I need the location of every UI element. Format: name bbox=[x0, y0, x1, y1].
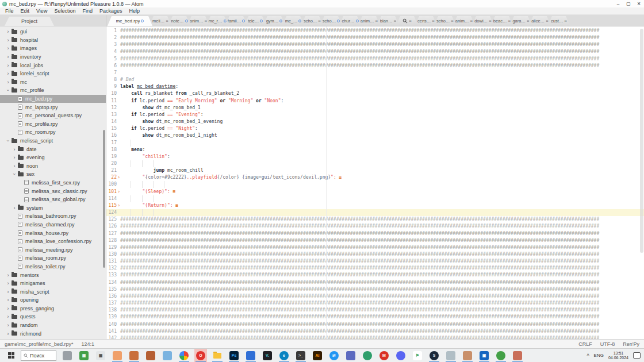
tab-mc_r[interactable]: mc_r… bbox=[206, 16, 228, 26]
tree-scrollbar[interactable] bbox=[103, 130, 105, 268]
chevron-right-icon[interactable]: › bbox=[12, 155, 17, 160]
tree-file-melissa_house.rpy[interactable]: melissa_house.rpy bbox=[0, 229, 106, 237]
tree-folder-mentors[interactable]: ›mentors bbox=[0, 271, 106, 279]
sync-icon[interactable]: ⇄ bbox=[328, 349, 340, 362]
tab-close-icon[interactable]: × bbox=[470, 19, 473, 24]
tree-folder-evening[interactable]: ›evening bbox=[0, 153, 106, 162]
tree-file-melissa_love_confession.rpy[interactable]: melissa_love_confession.rpy bbox=[0, 237, 106, 246]
tab-scho[interactable]: scho… bbox=[320, 16, 342, 26]
tab-close-icon[interactable]: × bbox=[375, 19, 378, 24]
chevron-right-icon[interactable]: › bbox=[6, 331, 10, 337]
tree-folder-lorelei_script[interactable]: ›lorelei_script bbox=[0, 70, 106, 78]
fold-arrow-icon[interactable]: › bbox=[117, 202, 120, 209]
chevron-right-icon[interactable]: › bbox=[12, 205, 17, 211]
tree-folder-hospital[interactable]: ›hospital bbox=[0, 36, 106, 45]
tab-close-icon[interactable]: × bbox=[205, 19, 208, 24]
fold-arrow-icon[interactable]: › bbox=[117, 188, 120, 195]
notification-center-icon[interactable] bbox=[633, 352, 641, 359]
tab-dowi[interactable]: dowi…× bbox=[472, 16, 494, 26]
tree-folder-mc[interactable]: ›mc bbox=[0, 78, 106, 87]
menu-item-find[interactable]: Find bbox=[79, 7, 96, 15]
chevron-down-icon[interactable]: › bbox=[5, 88, 11, 93]
tab-close-icon[interactable]: × bbox=[546, 19, 549, 24]
opera-icon[interactable]: O bbox=[194, 349, 207, 362]
tray-chevron-icon[interactable]: ^ bbox=[586, 353, 589, 359]
tab-anim[interactable]: anim…× bbox=[358, 16, 380, 26]
tree-body[interactable]: ›gui›hospital›images›inventory›local_job… bbox=[0, 26, 106, 339]
taskbar-clock[interactable]: 13:51 04.06.2024 bbox=[608, 351, 628, 360]
tab-gym[interactable]: gym… bbox=[263, 16, 285, 26]
project-tab[interactable]: Project bbox=[5, 17, 54, 26]
tree-folder-minigames[interactable]: ›minigames bbox=[0, 279, 106, 288]
menu-item-selection[interactable]: Selection bbox=[51, 7, 79, 15]
tab-mc_bedrpy[interactable]: mc_bed.rpy bbox=[108, 16, 152, 26]
tree-folder-gui[interactable]: ›gui bbox=[0, 28, 106, 36]
tab-cens[interactable]: cens…× bbox=[415, 16, 437, 26]
laptop-app-icon[interactable] bbox=[161, 349, 174, 362]
menu-item-file[interactable]: File bbox=[2, 7, 17, 15]
tab-beac[interactable]: beac…× bbox=[491, 16, 513, 26]
menu-item-edit[interactable]: Edit bbox=[17, 7, 33, 15]
taskbar-search-input[interactable]: Поиск bbox=[21, 351, 56, 361]
close-button[interactable]: ✕ bbox=[634, 0, 644, 7]
palette-app-icon[interactable] bbox=[461, 349, 474, 362]
luggage-icon[interactable] bbox=[61, 349, 74, 362]
tree-file-mc_personal_quests.rpy[interactable]: mc_personal_quests.rpy bbox=[0, 111, 106, 120]
tree-file-melissa_charmed.rpy[interactable]: melissa_charmed.rpy bbox=[0, 221, 106, 229]
illustrator-icon[interactable]: Ai bbox=[311, 349, 324, 362]
gmail-icon[interactable]: M bbox=[378, 349, 390, 362]
chevron-right-icon[interactable]: › bbox=[6, 79, 10, 85]
tab-close-icon[interactable]: × bbox=[451, 19, 454, 24]
code-editor[interactable]: 1#######################################… bbox=[106, 26, 644, 339]
chevron-down-icon[interactable]: › bbox=[12, 172, 17, 176]
discord-icon[interactable] bbox=[394, 349, 407, 362]
tab-alice[interactable]: alice…× bbox=[529, 16, 551, 26]
tree-folder-mc_profile[interactable]: ›mc_profile bbox=[0, 86, 106, 95]
chevron-right-icon[interactable]: › bbox=[6, 45, 10, 51]
chevron-right-icon[interactable]: › bbox=[6, 37, 10, 43]
picture-app2-icon[interactable] bbox=[144, 349, 157, 362]
maximize-button[interactable]: ▢ bbox=[623, 0, 634, 7]
tab-cust[interactable]: cust…× bbox=[548, 16, 570, 26]
tab-close-icon[interactable]: × bbox=[409, 19, 412, 24]
tab-close-icon[interactable]: × bbox=[527, 19, 530, 24]
tree-folder-misha_script[interactable]: ›misha_script bbox=[0, 287, 106, 296]
tab-anim[interactable]: anim…× bbox=[187, 16, 209, 26]
hex-app-icon[interactable] bbox=[361, 349, 374, 362]
tab-mc_[interactable]: mc_… bbox=[282, 16, 304, 26]
tree-folder-press_ganging[interactable]: ›press_ganging bbox=[0, 305, 106, 313]
picture-app-icon[interactable] bbox=[128, 349, 140, 362]
status-file-path[interactable]: game\mc_profile\mc_bed.rpy* bbox=[5, 341, 74, 347]
tab-close-icon[interactable]: × bbox=[508, 19, 511, 24]
tab-anim[interactable]: anim…× bbox=[453, 16, 475, 26]
tree-file-mc_profile.rpy[interactable]: mc_profile.rpy bbox=[0, 120, 106, 129]
tree-file-melissa_toilet.rpy[interactable]: melissa_toilet.rpy bbox=[0, 263, 106, 271]
tab-meli[interactable]: meli…× bbox=[150, 16, 171, 26]
status-crlf[interactable]: CRLF bbox=[578, 341, 592, 347]
chevron-right-icon[interactable]: › bbox=[6, 280, 10, 286]
tree-file-mc_bed.rpy[interactable]: mc_bed.rpy bbox=[0, 95, 106, 103]
menu-item-view[interactable]: View bbox=[33, 7, 51, 15]
tab-scho[interactable]: scho…× bbox=[434, 16, 456, 26]
language-indicator[interactable]: ENG bbox=[594, 353, 604, 358]
anime-thumb-icon[interactable] bbox=[511, 349, 524, 362]
monitor-app-icon[interactable] bbox=[344, 349, 357, 362]
task-view-icon[interactable]: ▦ bbox=[94, 349, 107, 362]
tab-chur[interactable]: chur… bbox=[339, 16, 361, 26]
tab-close-icon[interactable]: × bbox=[489, 19, 492, 24]
tab-tele[interactable]: tele… bbox=[244, 16, 266, 26]
tab-blan[interactable]: blan…× bbox=[377, 16, 399, 26]
chevron-right-icon[interactable]: › bbox=[6, 71, 10, 76]
tree-file-melissa_first_sex.rpy[interactable]: melissa_first_sex.rpy bbox=[0, 179, 106, 187]
tree-folder-date[interactable]: ›date bbox=[0, 145, 106, 153]
flag-app-icon[interactable]: ⚑ bbox=[411, 349, 424, 362]
tab-close-icon[interactable]: × bbox=[166, 19, 168, 24]
chrome-icon[interactable] bbox=[178, 349, 190, 362]
tab-close-icon[interactable]: × bbox=[318, 19, 321, 24]
chevron-down-icon[interactable]: › bbox=[5, 138, 11, 143]
tree-folder-quests[interactable]: ›quests bbox=[0, 313, 106, 321]
chevron-right-icon[interactable]: › bbox=[6, 314, 10, 319]
tree-folder-local_jobs[interactable]: ›local_jobs bbox=[0, 61, 106, 70]
steam-icon[interactable]: S bbox=[428, 349, 440, 362]
tab-close-icon[interactable]: × bbox=[564, 19, 567, 24]
